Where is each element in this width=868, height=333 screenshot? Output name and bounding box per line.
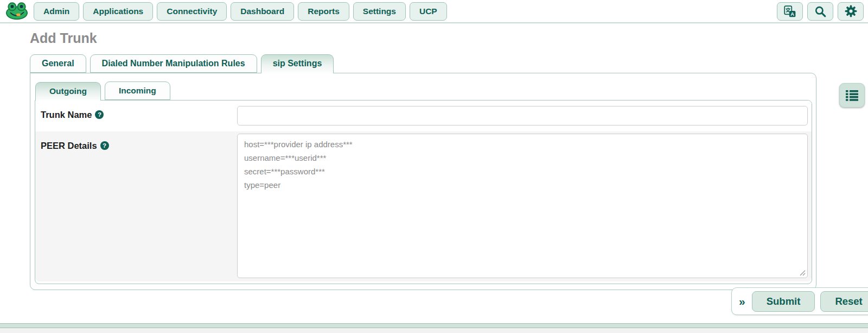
nav-item-dashboard[interactable]: Dashboard — [231, 2, 294, 21]
sidebar-list-button[interactable] — [839, 83, 865, 108]
trunk-name-label-cell: Trunk Name? — [35, 100, 237, 131]
subtab-incoming[interactable]: Incoming — [105, 81, 170, 100]
peer-details-label-cell: PEER Details? — [35, 131, 237, 281]
search-button[interactable] — [807, 2, 833, 21]
collapse-actions-chevron[interactable]: » — [739, 295, 745, 308]
reset-button[interactable]: Reset — [820, 291, 868, 312]
trunk-name-field-cell — [237, 100, 812, 131]
nav-item-connectivity[interactable]: Connectivity — [157, 2, 227, 21]
nav-item-ucp[interactable]: UCP — [410, 2, 447, 21]
language-button[interactable]: A — [777, 2, 803, 21]
peer-details-row: PEER Details? host=***provider ip addres… — [35, 131, 812, 281]
direction-subtabs: Outgoing Incoming — [35, 81, 812, 100]
page-title: Add Trunk — [30, 30, 868, 46]
translate-icon: A — [783, 5, 796, 18]
outgoing-form-panel: Trunk Name? PEER Details? host=***provid… — [35, 100, 812, 284]
peer-details-label: PEER Details — [41, 141, 97, 150]
trunk-name-input[interactable] — [237, 106, 808, 125]
tab-general[interactable]: General — [30, 54, 86, 73]
textarea-resize-handle[interactable] — [800, 270, 806, 276]
footer-divider-band — [0, 323, 868, 328]
nav-item-reports[interactable]: Reports — [298, 2, 349, 21]
peer-details-field-cell: host=***provider ip address*** username=… — [237, 131, 812, 281]
gear-icon — [845, 5, 857, 17]
submit-button[interactable]: Submit — [752, 291, 815, 312]
top-navbar: Admin Applications Connectivity Dashboar… — [0, 0, 868, 23]
sip-settings-panel: Outgoing Incoming Trunk Name? PEER Detai… — [30, 73, 816, 290]
peer-details-help-icon[interactable]: ? — [100, 141, 109, 150]
svg-text:A: A — [790, 11, 794, 17]
peer-details-textarea[interactable]: host=***provider ip address*** username=… — [237, 134, 808, 278]
trunk-name-help-icon[interactable]: ? — [95, 110, 104, 119]
main-tabs: General Dialed Number Manipulation Rules… — [30, 54, 868, 73]
nav-item-settings[interactable]: Settings — [353, 2, 406, 21]
nav-item-admin[interactable]: Admin — [34, 2, 79, 21]
form-action-bar: » Submit Reset — [731, 287, 868, 315]
search-icon — [814, 5, 826, 17]
freepbx-frog-logo[interactable] — [5, 2, 28, 20]
tab-dialed-number-manipulation-rules[interactable]: Dialed Number Manipulation Rules — [90, 54, 257, 73]
list-icon — [845, 89, 859, 102]
footer-area — [0, 328, 868, 333]
tab-sip-settings[interactable]: sip Settings — [261, 54, 334, 73]
nav-item-applications[interactable]: Applications — [83, 2, 153, 21]
subtab-outgoing[interactable]: Outgoing — [35, 82, 101, 100]
trunk-name-row: Trunk Name? — [35, 100, 812, 131]
trunk-name-label: Trunk Name — [41, 110, 92, 120]
settings-gear-button[interactable] — [838, 2, 864, 21]
